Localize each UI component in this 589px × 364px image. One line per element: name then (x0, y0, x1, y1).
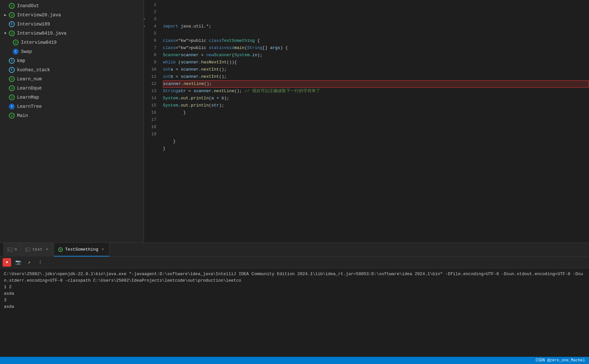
sidebar-label: Learn_num (17, 76, 42, 82)
line-number-5: 5 (144, 30, 156, 37)
sidebar-label: Main (17, 113, 28, 118)
code-line-16 (163, 131, 589, 138)
line-number-19: 19 (144, 131, 156, 138)
line-number-14: 14 (144, 95, 156, 102)
file-icon-java: J (9, 76, 15, 82)
tab-label: test (32, 247, 43, 252)
sidebar-item-learnmap[interactable]: JLearnMap (0, 93, 144, 102)
line-num-text: 10 (151, 66, 156, 73)
chevron-icon (3, 104, 8, 109)
sidebar-item-learndque[interactable]: JLearnDque (0, 84, 144, 93)
terminal-cmd: C:\Users\25082\.jdks\openjdk-22.0.1\bin\… (4, 271, 585, 284)
tab-icon-terminal: ▶_ (7, 247, 12, 252)
line-num-text: 17 (151, 116, 156, 124)
tab-tab-testsomething[interactable]: ▶TestSomething× (54, 243, 110, 256)
sidebar-item-interview20[interactable]: ▶JInterview20.java (0, 10, 144, 20)
tab-close-button[interactable]: × (100, 247, 105, 252)
line-number-17: 17 (144, 116, 156, 124)
chevron-icon (3, 22, 8, 27)
sidebar-item-learn-num[interactable]: JLearn_num (0, 74, 144, 84)
line-num-text: 4 (154, 23, 156, 30)
terminal-output-line: 3 (4, 297, 585, 304)
file-icon-interface: I (12, 48, 19, 55)
code-line-5: Scanner scanner = new Scanner(System.in)… (163, 52, 589, 59)
tab-tab-n[interactable]: ▶_n (3, 243, 21, 256)
sidebar-label: Interview0419.java (17, 31, 66, 36)
code-line-2 (163, 30, 589, 37)
line-num-text: 18 (151, 124, 156, 131)
sidebar-item-main[interactable]: JMain (0, 111, 144, 120)
line-num-text: 14 (151, 95, 156, 102)
sidebar-item-learntree[interactable]: ILearnTree (0, 102, 144, 111)
file-icon-interface: I (9, 103, 15, 110)
line-num-text: 6 (154, 37, 156, 44)
chevron-icon (7, 40, 12, 45)
sidebar-item-interview189[interactable]: CInterview189 (0, 20, 144, 29)
line-number-1: 1 (144, 1, 156, 8)
line-number-9: 9 (144, 59, 156, 66)
file-icon-java: J (12, 39, 19, 46)
line-num-text: 19 (151, 131, 156, 138)
run-tab-bar: ▶_n▶_test×▶TestSomething× (0, 243, 589, 256)
file-icon-class: C (9, 67, 15, 73)
scroll-button[interactable]: ↗ (25, 258, 33, 267)
run-icon: ▶ (144, 23, 145, 30)
sidebar-label: LearnTree (17, 104, 42, 109)
tab-icon-run: ▶ (58, 247, 63, 252)
line-number-8: 8 (144, 52, 156, 59)
run-icon: ▶ (144, 16, 145, 23)
code-line-3: class="kw">public class TestSomething { (163, 37, 589, 44)
chevron-icon (3, 58, 8, 63)
chevron-icon (7, 49, 12, 54)
sidebar-label: kmp (17, 58, 25, 63)
main-area: JInandOut▶JInterview20.javaCInterview189… (0, 0, 589, 242)
line-num-text: 15 (151, 102, 156, 109)
file-icon-class: C (9, 58, 15, 64)
sidebar-label: Interview189 (17, 22, 50, 27)
code-line-8: int b = scanner.nextInt(); (163, 73, 589, 80)
line-number-4: 4▶ (144, 23, 156, 30)
line-number-7: 7 (144, 44, 156, 52)
line-num-text: 12 (151, 80, 156, 88)
code-line-19 (163, 152, 589, 159)
code-line-4: class="kw">public static void main(Strin… (163, 44, 589, 52)
sidebar-item-interview0419-inner[interactable]: JInterview0419 (0, 38, 144, 47)
more-button[interactable]: ⋮ (36, 258, 44, 267)
stop-button[interactable]: ■ (3, 258, 11, 267)
chevron-icon (3, 113, 8, 118)
tab-close-button[interactable]: × (44, 247, 50, 252)
line-num-text: 16 (151, 109, 156, 116)
camera-button[interactable]: 📷 (14, 258, 22, 267)
sidebar-item-inandout[interactable]: JInandOut (0, 1, 144, 10)
terminal-output-line: asda (4, 290, 585, 297)
sidebar-item-swap[interactable]: ISwap (0, 47, 144, 56)
code-line-13: } (163, 109, 589, 116)
line-num-text: 5 (154, 30, 156, 37)
code-line-1: import java.util.*; (163, 23, 589, 30)
sidebar-label: InandOut (17, 3, 39, 8)
sidebar-item-kuohao-stack[interactable]: Ckuohao_stack (0, 65, 144, 74)
chevron-icon (3, 3, 8, 8)
terminal-output-line: 1 2 (4, 284, 585, 290)
tab-tab-test[interactable]: ▶_test× (21, 243, 54, 256)
chevron-icon (3, 76, 8, 82)
code-lines: import java.util.*; class="kw">public cl… (160, 0, 589, 242)
code-line-11: System.out.println(a + b); (163, 95, 589, 102)
tab-label: n (14, 247, 17, 252)
code-line-17: } (163, 138, 589, 145)
file-icon-class: C (9, 21, 15, 27)
code-line-7: int a = scanner.nextInt(); (163, 66, 589, 73)
chevron-icon: ▶ (3, 12, 8, 18)
tab-icon-terminal: ▶_ (25, 247, 30, 252)
tab-spacer (0, 243, 3, 256)
line-number-16: 16 (144, 109, 156, 116)
line-number-3: 3▶ (144, 16, 156, 23)
code-line-15 (163, 124, 589, 131)
terminal-toolbar: ■ 📷 ↗ ⋮ (0, 256, 589, 268)
sidebar-item-interview0419[interactable]: ▼JInterview0419.java (0, 29, 144, 38)
sidebar-item-kmp[interactable]: Ckmp (0, 56, 144, 65)
line-num-text: 11 (151, 73, 156, 80)
line-number-10: 10 (144, 66, 156, 73)
sidebar-label: kuohao_stack (17, 67, 50, 73)
sidebar: JInandOut▶JInterview20.javaCInterview189… (0, 0, 144, 242)
